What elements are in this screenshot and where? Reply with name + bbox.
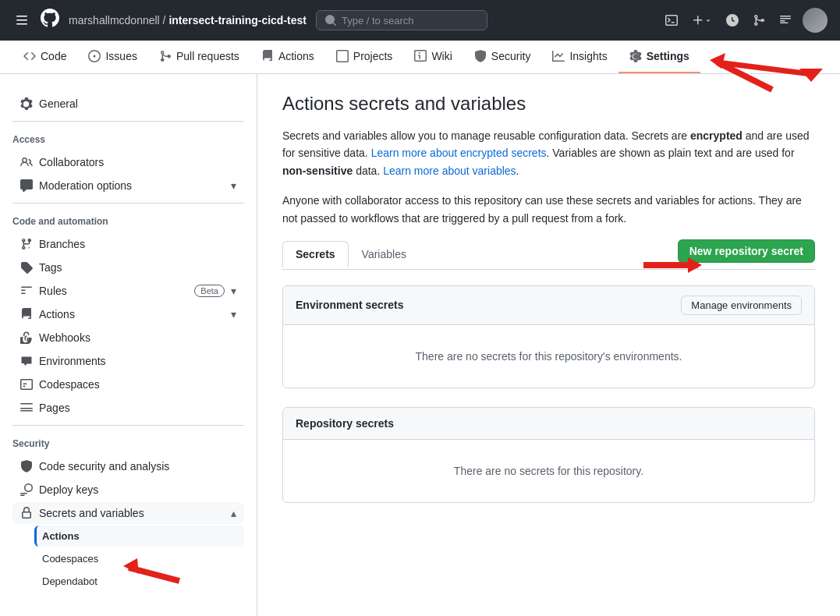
sidebar-item-webhooks[interactable]: Webhooks: [12, 327, 244, 349]
repo-nav: Code Issues Pull requests Actions Projec…: [0, 41, 840, 74]
search-bar[interactable]: Type / to search: [316, 10, 487, 30]
sidebar-sub-actions[interactable]: Actions: [34, 526, 244, 547]
tabs-row: Secrets Variables New repository secret: [282, 239, 815, 270]
avatar[interactable]: [803, 8, 828, 33]
moderation-chevron: ▾: [231, 179, 236, 192]
security-section-label: Security: [12, 438, 244, 449]
main-description: Secrets and variables allow you to manag…: [282, 127, 815, 179]
sidebar-item-branches[interactable]: Branches: [12, 233, 244, 255]
sidebar-item-deploy-keys[interactable]: Deploy keys: [12, 479, 244, 501]
secrets-chevron: ▴: [231, 507, 236, 519]
nav-wiki[interactable]: Wiki: [403, 41, 463, 73]
sidebar-item-rules[interactable]: Rules Beta ▾: [12, 280, 244, 302]
search-placeholder: Type / to search: [342, 15, 414, 27]
rules-badge: Beta: [194, 285, 225, 297]
tags-label: Tags: [39, 261, 236, 274]
moderation-label: Moderation options: [39, 179, 225, 192]
main-content: Actions secrets and variables Secrets an…: [257, 74, 840, 616]
env-secrets-empty: There are no secrets for this repository…: [283, 325, 814, 388]
code-security-label: Code security and analysis: [39, 460, 236, 473]
repo-secrets-empty: There are no secrets for this repository…: [283, 440, 814, 502]
rules-chevron: ▾: [231, 285, 236, 297]
plus-icon-btn[interactable]: [689, 11, 715, 30]
secrets-variables-label: Secrets and variables: [39, 507, 225, 519]
tab-variables[interactable]: Variables: [349, 241, 420, 267]
sidebar-sub-codespaces[interactable]: Codespaces: [34, 548, 244, 569]
sidebar-sub-dependabot[interactable]: Dependabot: [34, 571, 244, 592]
sidebar-item-general[interactable]: General: [12, 93, 244, 115]
variables-link[interactable]: Learn more about variables: [383, 165, 516, 177]
environment-secrets-section: Environment secrets Manage environments …: [282, 285, 815, 388]
rules-label: Rules: [39, 285, 188, 297]
actions-chevron: ▾: [231, 308, 236, 320]
access-section-label: Access: [12, 134, 244, 145]
branches-label: Branches: [39, 238, 236, 250]
nav-pullrequests[interactable]: Pull requests: [148, 41, 250, 73]
actions-label: Actions: [39, 308, 225, 320]
env-secrets-title: Environment secrets: [296, 299, 404, 311]
nav-settings[interactable]: Settings: [618, 41, 700, 73]
nav-actions[interactable]: Actions: [250, 41, 325, 73]
code-automation-label: Code and automation: [12, 216, 244, 227]
sub-codespaces-label: Codespaces: [42, 553, 236, 565]
sidebar-item-code-security[interactable]: Code security and analysis: [12, 455, 244, 477]
tab-secrets[interactable]: Secrets: [282, 241, 349, 267]
sidebar-item-pages[interactable]: Pages: [12, 397, 244, 419]
sidebar-item-tags[interactable]: Tags: [12, 257, 244, 278]
secrets-sub-menu: Actions Codespaces Dependabot: [12, 526, 244, 592]
page-title: Actions secrets and variables: [282, 93, 815, 115]
top-navbar: marshallmcdonnell / intersect-training-c…: [0, 0, 840, 41]
sidebar-item-moderation[interactable]: Moderation options ▾: [12, 175, 244, 196]
codespaces-label: Codespaces: [39, 378, 236, 391]
main-description-2: Anyone with collaborator access to this …: [282, 192, 815, 227]
clock-icon-btn[interactable]: [723, 11, 742, 30]
repo-path: marshallmcdonnell / intersect-training-c…: [69, 14, 307, 27]
terminal-icon-btn[interactable]: [662, 11, 681, 30]
sidebar-item-secrets-variables[interactable]: Secrets and variables ▴: [12, 502, 244, 524]
pages-label: Pages: [39, 402, 236, 414]
repo-name[interactable]: intersect-training-cicd-test: [168, 14, 307, 27]
sidebar-item-codespaces[interactable]: Codespaces: [12, 373, 244, 395]
nav-code[interactable]: Code: [12, 41, 77, 73]
sidebar-item-collaborators[interactable]: Collaborators: [12, 151, 244, 173]
nav-projects[interactable]: Projects: [325, 41, 404, 73]
environment-secrets-header: Environment secrets Manage environments: [283, 286, 814, 325]
page-layout: General Access Collaborators Moderation …: [0, 74, 840, 616]
nav-actions: [662, 8, 828, 33]
nav-security[interactable]: Security: [463, 41, 542, 73]
username-link[interactable]: marshallmcdonnell: [69, 14, 160, 27]
manage-environments-button[interactable]: Manage environments: [681, 296, 802, 315]
nav-insights[interactable]: Insights: [541, 41, 618, 73]
sidebar: General Access Collaborators Moderation …: [0, 74, 257, 616]
general-label: General: [39, 97, 236, 110]
inbox-icon-btn[interactable]: [776, 11, 795, 30]
webhooks-label: Webhooks: [39, 331, 236, 344]
repository-secrets-section: Repository secrets There are no secrets …: [282, 407, 815, 503]
hamburger-menu[interactable]: [12, 11, 31, 30]
repository-secrets-header: Repository secrets: [283, 408, 814, 440]
nav-issues[interactable]: Issues: [77, 41, 147, 73]
collaborators-label: Collaborators: [39, 156, 236, 168]
sidebar-item-environments[interactable]: Environments: [12, 350, 244, 372]
repo-secrets-title: Repository secrets: [296, 417, 394, 430]
encrypted-secrets-link[interactable]: Learn more about encrypted secrets: [371, 147, 547, 159]
sub-actions-label: Actions: [42, 530, 236, 542]
sub-dependabot-label: Dependabot: [42, 575, 236, 587]
pr-icon-btn[interactable]: [750, 11, 768, 30]
sidebar-item-actions[interactable]: Actions ▾: [12, 303, 244, 325]
github-logo[interactable]: [41, 9, 59, 32]
new-secret-button[interactable]: New repository secret: [678, 239, 815, 263]
environments-label: Environments: [39, 355, 236, 367]
deploy-keys-label: Deploy keys: [39, 483, 236, 496]
